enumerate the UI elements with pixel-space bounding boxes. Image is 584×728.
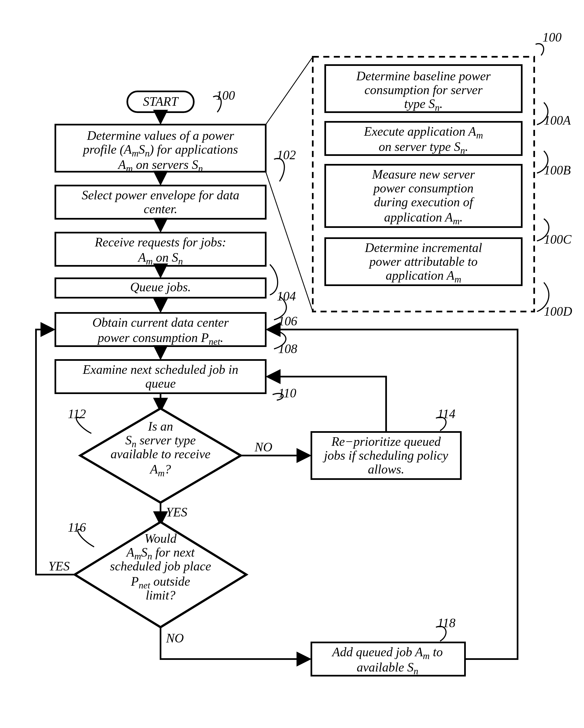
svg-text:Is an: Is an (148, 419, 173, 433)
svg-text:profile (AmSn) for application: profile (AmSn) for applications (82, 142, 238, 158)
svg-text:Determine values of a power: Determine values of a power (87, 129, 234, 142)
svg-line-17 (266, 57, 313, 125)
svg-text:application Am.: application Am. (384, 210, 463, 226)
svg-text:application Am: application Am (386, 268, 461, 284)
svg-text:limit?: limit? (145, 588, 175, 602)
label-106: 106 (278, 314, 297, 328)
yes-112: YES (166, 505, 187, 519)
svg-text:jobs if scheduling policy: jobs if scheduling policy (323, 448, 448, 463)
svg-text:Determine baseline power: Determine baseline power (356, 69, 491, 83)
label-100c: 100C (544, 232, 572, 246)
flowchart: Determine baseline power consumption for… (0, 0, 584, 728)
svg-text:allows.: allows. (368, 462, 404, 476)
label-116: 116 (68, 520, 86, 535)
svg-text:Examine next scheduled job in: Examine next scheduled job in (82, 362, 238, 376)
svg-text:power consumption Pnet.: power consumption Pnet. (97, 331, 223, 347)
svg-text:Measure new server: Measure new server (372, 167, 475, 181)
svg-text:power attributable to: power attributable to (369, 255, 478, 268)
svg-text:Would: Would (144, 531, 177, 546)
svg-text:available to receive: available to receive (110, 447, 210, 461)
label-108: 108 (278, 342, 297, 356)
svg-text:Queue jobs.: Queue jobs. (130, 280, 191, 294)
no-112: NO (254, 440, 272, 454)
yes-116: YES (48, 559, 70, 573)
no-116: NO (166, 631, 184, 645)
label-112: 112 (68, 407, 86, 421)
start-text: START (143, 95, 179, 108)
svg-text:Am on Sn: Am on Sn (137, 250, 183, 266)
svg-text:power consumption: power consumption (373, 181, 474, 195)
label-104: 104 (277, 289, 296, 303)
svg-text:during execution of: during execution of (374, 195, 475, 209)
label-100b: 100B (544, 163, 571, 177)
svg-text:Determine incremental: Determine incremental (365, 241, 482, 255)
svg-text:Select power envelope for data: Select power envelope for data (82, 188, 239, 202)
svg-text:center.: center. (144, 202, 177, 216)
svg-text:scheduled job place: scheduled job place (110, 559, 211, 573)
svg-text:Obtain current data center: Obtain current data center (92, 315, 229, 330)
svg-text:on server type Sn.: on server type Sn. (379, 139, 468, 156)
label-100-detail: 100 (542, 30, 562, 44)
label-100-main: 100 (216, 88, 235, 102)
label-114: 114 (437, 407, 456, 421)
svg-text:consumption for server: consumption for server (365, 83, 483, 97)
label-102: 102 (277, 148, 296, 162)
svg-text:Re−prioritize queued: Re−prioritize queued (331, 435, 441, 449)
svg-text:queue: queue (145, 376, 176, 390)
label-100a: 100A (544, 113, 571, 127)
svg-text:Execute application Am: Execute application Am (364, 124, 483, 140)
label-118: 118 (437, 616, 456, 630)
label-110: 110 (278, 386, 296, 400)
svg-text:available Sn: available Sn (357, 660, 419, 676)
svg-text:Receive requests for jobs:: Receive requests for jobs: (95, 235, 227, 249)
label-100d: 100D (544, 304, 572, 318)
